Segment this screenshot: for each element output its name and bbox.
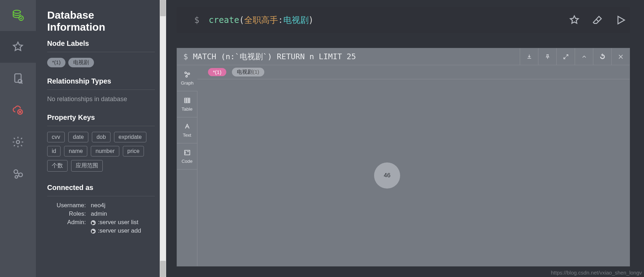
favorite-icon[interactable] xyxy=(568,14,581,26)
play-icon[interactable] xyxy=(614,14,627,26)
heading-relationship-types: Relationship Types xyxy=(47,77,155,85)
property-key[interactable]: date xyxy=(68,132,88,142)
heading-node-labels: Node Labels xyxy=(47,39,155,48)
graph-legend: *(1) 电视剧(1) xyxy=(197,65,630,79)
property-key[interactable]: name xyxy=(64,146,87,156)
property-key[interactable]: expridate xyxy=(114,132,146,142)
nav-settings[interactable] xyxy=(0,126,36,158)
property-key[interactable]: 个数 xyxy=(47,160,68,172)
graph-canvas[interactable]: 46 xyxy=(197,79,630,266)
svg-point-0 xyxy=(13,10,21,13)
main-panel: $ create(全职高手:电视剧) $ MATCH (n:`电视剧`) RET… xyxy=(166,0,644,277)
admin-cmd-user-add[interactable]: :server user add xyxy=(91,227,141,234)
property-key[interactable]: 应用范围 xyxy=(71,160,103,172)
property-key[interactable]: dob xyxy=(92,132,111,142)
rerun-icon[interactable] xyxy=(593,48,611,65)
editor-input[interactable]: $ create(全职高手:电视剧) xyxy=(177,14,568,26)
property-key[interactable]: price xyxy=(123,146,144,156)
property-key[interactable]: id xyxy=(47,146,61,156)
nav-cloud-failed[interactable] xyxy=(0,94,36,126)
nav-about[interactable] xyxy=(0,158,36,190)
close-icon[interactable] xyxy=(611,48,630,65)
username-value: neo4j xyxy=(91,202,106,209)
nav-favorites[interactable] xyxy=(0,31,36,63)
expand-icon[interactable] xyxy=(556,48,575,65)
roles-label: Roles: xyxy=(47,210,86,217)
admin-label: Admin: xyxy=(47,219,86,226)
node-labels-list: *(1) 电视剧 xyxy=(47,58,155,67)
svg-point-5 xyxy=(17,141,20,144)
result-frame: $ MATCH (n:`电视剧`) RETURN n LIMIT 25 Grap… xyxy=(177,48,630,266)
legend-label[interactable]: 电视剧(1) xyxy=(232,68,264,76)
viewtab-text[interactable]: Text xyxy=(177,117,197,143)
username-label: Username: xyxy=(47,202,86,209)
property-key[interactable]: number xyxy=(91,146,119,156)
legend-all[interactable]: *(1) xyxy=(208,68,226,76)
viewtab-table[interactable]: Table xyxy=(177,91,197,117)
property-keys-list: cvv date dob expridate id name number pr… xyxy=(47,132,155,172)
svg-point-6 xyxy=(14,170,18,174)
property-key[interactable]: cvv xyxy=(47,132,65,142)
svg-point-9 xyxy=(185,72,187,74)
heading-property-keys: Property Keys xyxy=(47,113,155,122)
nav-documents[interactable] xyxy=(0,63,36,94)
pin-icon[interactable] xyxy=(538,48,556,65)
viewtab-code[interactable]: Code xyxy=(177,143,197,170)
database-status-icon[interactable] xyxy=(0,0,36,31)
admin-cmd-user-list[interactable]: :server user list xyxy=(91,219,138,226)
download-icon[interactable] xyxy=(520,48,538,65)
view-tabs: Graph Table Text Code xyxy=(177,65,197,266)
chip-all-nodes[interactable]: *(1) xyxy=(47,58,65,67)
sidebar-drawer: Database Information Node Labels *(1) 电视… xyxy=(36,0,166,277)
editor-bar: $ create(全职高手:电视剧) xyxy=(177,7,630,33)
executed-query: $ MATCH (n:`电视剧`) RETURN n LIMIT 25 xyxy=(177,48,520,65)
chip-label[interactable]: 电视剧 xyxy=(68,58,94,67)
graph-node[interactable]: 46 xyxy=(374,162,400,189)
no-relationships-message: No relationships in database xyxy=(47,96,155,103)
roles-value: admin xyxy=(91,210,107,217)
drawer-title: Database Information xyxy=(47,9,155,33)
drawer-scrollbar[interactable] xyxy=(160,0,166,277)
heading-connected-as: Connected as xyxy=(47,184,155,192)
svg-rect-13 xyxy=(184,150,190,155)
watermark: https://blog.csdn.net/vxiao_shen_longv xyxy=(551,270,642,276)
collapse-up-icon[interactable] xyxy=(575,48,593,65)
viewtab-graph[interactable]: Graph xyxy=(177,65,197,91)
eraser-icon[interactable] xyxy=(591,14,604,26)
connected-as-block: Username:neo4j Roles:admin Admin::server… xyxy=(47,202,155,234)
svg-rect-12 xyxy=(184,98,190,103)
left-rail xyxy=(0,0,36,277)
result-header: $ MATCH (n:`电视剧`) RETURN n LIMIT 25 xyxy=(177,48,630,65)
